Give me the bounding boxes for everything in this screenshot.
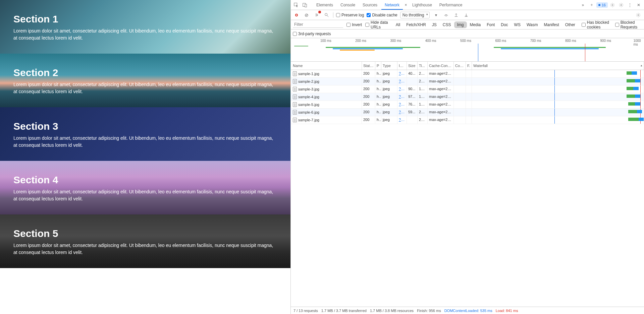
type-filter-other[interactable]: Other (562, 21, 578, 28)
cell-protocol: h.. (375, 70, 381, 77)
throttling-select[interactable]: No throttling (400, 12, 430, 18)
col-name[interactable]: Name (291, 62, 362, 70)
table-header-row: Name Status P Type Ini... Size Ti... Cac… (291, 62, 644, 70)
cell-initiator[interactable]: ?1... (397, 109, 407, 116)
cell-frame (466, 78, 472, 85)
tab-network[interactable]: Network (381, 0, 403, 10)
cell-initiator[interactable]: ?1... (397, 116, 407, 124)
cell-initiator[interactable]: ?1... (397, 93, 407, 101)
cell-cache: max-age=25... (428, 101, 454, 108)
cell-name: sample-2.jpg (298, 79, 319, 83)
cell-initiator[interactable]: ?1... (397, 70, 407, 77)
clear-icon[interactable] (303, 11, 310, 19)
filter-input[interactable] (293, 21, 343, 28)
issues-badge[interactable]: 16 (596, 2, 608, 8)
network-filter-bar: Invert Hide data URLs All Fetch/XHR JS C… (291, 20, 644, 29)
table-row[interactable]: sample-5.jpg200h..jpeg?1...76...19...max… (291, 101, 644, 109)
col-status[interactable]: Status (362, 62, 375, 70)
type-filter-media[interactable]: Media (467, 21, 484, 28)
cell-size (407, 116, 418, 124)
cell-frame (466, 85, 472, 93)
cell-initiator[interactable]: ?1... (397, 78, 407, 85)
table-row[interactable]: sample-7.jpg200h..jpeg?1...21...max-age=… (291, 116, 644, 124)
table-row[interactable]: sample-4.jpg200h..jpeg?1...97...16...max… (291, 93, 644, 101)
col-content[interactable]: Cont... (454, 62, 466, 70)
more-network-conditions-icon[interactable]: ▾ (432, 11, 440, 19)
col-type[interactable]: Type (381, 62, 397, 70)
status-resources: 1.7 MB / 3.8 MB resources (370, 309, 414, 313)
type-filter-js[interactable]: JS (429, 21, 440, 28)
col-waterfall[interactable]: Waterfall (472, 62, 644, 70)
svg-point-5 (325, 13, 327, 15)
col-size[interactable]: Size (407, 62, 418, 70)
record-icon[interactable] (293, 11, 300, 19)
cell-initiator[interactable]: ?1... (397, 85, 407, 93)
table-row[interactable]: sample-3.jpg200h..jpeg?1...90...16...max… (291, 85, 644, 93)
type-filter-manifest[interactable]: Manifest (541, 21, 562, 28)
search-icon[interactable] (323, 11, 330, 19)
page-preview[interactable]: Section 1 Lorem ipsum dolor sit amet, co… (0, 0, 290, 314)
device-toolbar-icon[interactable] (301, 1, 309, 9)
cell-type: jpeg (381, 70, 397, 77)
cell-frame (466, 70, 472, 77)
cell-protocol: h.. (375, 116, 381, 124)
table-row[interactable]: sample-6.jpg200h..jpeg?1...59...28...max… (291, 109, 644, 116)
cell-type: jpeg (381, 85, 397, 93)
table-row[interactable]: sample-1.jpg200h..jpeg?1...40...24...max… (291, 70, 644, 78)
tab-performance[interactable]: Performance (436, 0, 466, 10)
blocked-cookies-checkbox[interactable]: Has blocked cookies (582, 20, 612, 29)
tab-elements[interactable]: Elements (313, 0, 336, 10)
export-har-icon[interactable] (463, 11, 470, 19)
close-devtools-icon[interactable]: ✕ (635, 1, 643, 9)
cell-content (454, 116, 466, 124)
more-tabs-icon[interactable]: » (579, 1, 587, 9)
load-marker (585, 44, 585, 61)
disable-cache-checkbox[interactable]: Disable cache (367, 13, 397, 17)
col-time[interactable]: Ti... (418, 62, 428, 70)
import-har-icon[interactable] (452, 11, 460, 19)
col-initiator[interactable]: Ini... (397, 62, 407, 70)
svg-point-7 (446, 16, 447, 16)
type-filter-font[interactable]: Font (484, 21, 498, 28)
cell-waterfall (472, 70, 644, 77)
cell-content (454, 101, 466, 108)
inspect-element-icon[interactable] (292, 1, 300, 9)
tab-console[interactable]: Console (337, 0, 359, 10)
cell-type: jpeg (381, 109, 397, 116)
close-tab-icon[interactable]: × (404, 3, 408, 7)
add-tab-icon[interactable]: ＋ (588, 1, 596, 9)
settings-gear-icon[interactable] (608, 1, 616, 9)
type-filter-img[interactable]: Img (454, 21, 467, 28)
cell-initiator[interactable]: ?1... (397, 101, 407, 108)
svg-point-10 (638, 14, 639, 16)
type-filter-css[interactable]: CSS (440, 21, 454, 28)
hide-data-urls-checkbox[interactable]: Hide data URLs (365, 20, 389, 29)
table-row[interactable]: sample-2.jpg200h..jpeg?1...24...max-age=… (291, 78, 644, 85)
tab-lighthouse[interactable]: Lighthouse (409, 0, 435, 10)
cell-time: 24... (418, 78, 428, 85)
col-cache[interactable]: Cache-Control (428, 62, 454, 70)
cell-size: 90... (407, 85, 418, 93)
type-filter-fetch[interactable]: Fetch/XHR (403, 21, 429, 28)
cell-time: 16... (418, 93, 428, 101)
filter-toggle-icon[interactable] (313, 11, 320, 19)
preserve-log-checkbox[interactable]: Preserve log (336, 13, 364, 17)
type-filter-ws[interactable]: WS (511, 21, 524, 28)
timeline-tick: 400 ms (425, 39, 436, 43)
type-filter-wasm[interactable]: Wasm (524, 21, 541, 28)
kebab-menu-icon[interactable]: ⋮ (626, 1, 634, 9)
settings-gear-icon-2[interactable] (617, 1, 625, 9)
cell-frame (466, 109, 472, 116)
network-timeline-overview[interactable]: 100 ms 200 ms 300 ms 400 ms 500 ms 600 m… (291, 38, 644, 62)
network-settings-icon[interactable] (635, 11, 642, 19)
invert-checkbox[interactable]: Invert (346, 22, 362, 27)
third-party-checkbox[interactable]: 3rd-party requests (293, 32, 331, 36)
network-conditions-icon[interactable] (442, 11, 450, 19)
type-filter-all[interactable]: All (393, 21, 403, 28)
blocked-requests-checkbox[interactable]: Blocked Requests (615, 20, 642, 29)
type-filter-doc[interactable]: Doc (498, 21, 511, 28)
col-protocol[interactable]: P (375, 62, 381, 70)
tab-sources[interactable]: Sources (359, 0, 381, 10)
section-body: Lorem ipsum dolor sit amet, consectetur … (13, 81, 275, 95)
col-frame[interactable]: F. (466, 62, 472, 70)
